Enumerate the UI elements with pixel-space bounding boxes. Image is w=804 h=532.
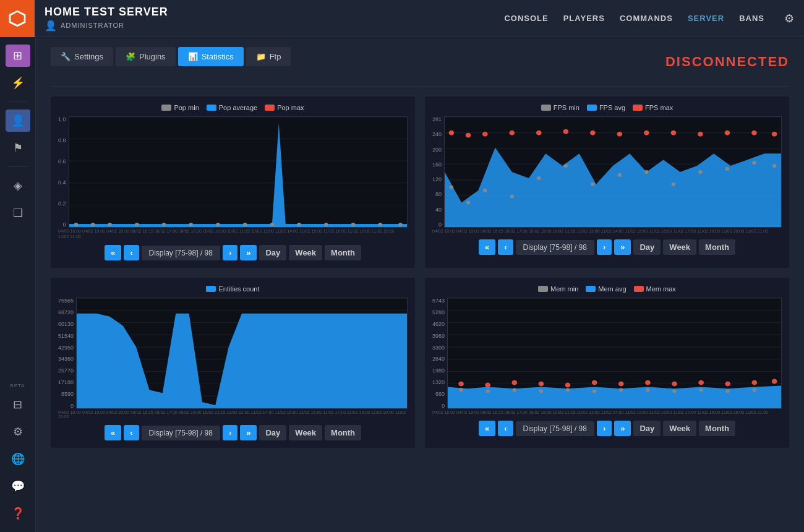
nav-commands[interactable]: COMMANDS xyxy=(620,14,673,23)
sidebar-discord[interactable]: 💬 xyxy=(6,475,30,497)
entities-chart-with-axis: 75565 68720 60130 51540 42950 34360 2577… xyxy=(58,298,408,409)
svg-point-38 xyxy=(644,131,649,135)
fps-month-btn[interactable]: Month xyxy=(699,239,735,255)
fps-max-label: FPS max xyxy=(645,104,673,111)
tab-ftp-label: Ftp xyxy=(270,52,281,61)
entities-prev-btn[interactable]: ‹ xyxy=(124,425,139,440)
pop-display-info: Display [75-98] / 98 xyxy=(142,246,220,260)
pop-min-legend: Pop min xyxy=(161,104,199,111)
mem-avg-label: Mem avg xyxy=(598,285,626,293)
mem-week-btn[interactable]: Week xyxy=(663,421,696,436)
entities-label: Entities count xyxy=(218,285,259,293)
fps-first-btn[interactable]: « xyxy=(479,239,495,255)
entities-legend: Entities count xyxy=(58,285,408,293)
nav-bans[interactable]: BANS xyxy=(739,14,764,23)
mem-day-btn[interactable]: Day xyxy=(633,421,661,436)
mem-prev-btn[interactable]: ‹ xyxy=(498,421,513,436)
svg-point-53 xyxy=(672,182,676,186)
nav-players[interactable]: PLAYERS xyxy=(563,14,605,23)
fps-prev-btn[interactable]: ‹ xyxy=(498,239,513,255)
nav-console[interactable]: CONSOLE xyxy=(504,14,548,23)
entities-week-btn[interactable]: Week xyxy=(289,425,322,440)
pop-last-btn[interactable]: » xyxy=(240,245,257,260)
pop-month-btn[interactable]: Month xyxy=(325,245,361,260)
tab-settings[interactable]: 🔧 Settings xyxy=(51,47,113,66)
sidebar-item-1[interactable]: ⊞ xyxy=(6,45,30,67)
entities-first-btn[interactable]: « xyxy=(105,425,121,440)
svg-point-98 xyxy=(592,389,596,393)
mem-chart-with-axis: 5743 5280 4620 3960 3300 2640 1980 1320 … xyxy=(432,298,782,409)
svg-point-54 xyxy=(698,170,703,174)
chart-icon: 📊 xyxy=(188,52,198,61)
fps-max-legend: FPS max xyxy=(633,104,673,111)
flag-icon: ⚑ xyxy=(13,141,23,155)
pop-avg-dot xyxy=(207,105,216,111)
sidebar-help[interactable]: ❓ xyxy=(6,502,30,525)
mem-avg-legend: Mem avg xyxy=(586,285,626,293)
pop-week-btn[interactable]: Week xyxy=(289,245,322,260)
entities-last-btn[interactable]: » xyxy=(240,425,257,440)
fps-last-btn[interactable]: » xyxy=(614,239,631,255)
sidebar-gear-icon: ⚙ xyxy=(13,425,23,439)
svg-point-87 xyxy=(645,380,651,385)
nav-server[interactable]: SERVER xyxy=(688,14,724,23)
sidebar-globe[interactable]: 🌐 xyxy=(6,448,30,470)
mem-y-axis: 5743 5280 4620 3960 3300 2640 1980 1320 … xyxy=(432,298,447,409)
pop-next-btn[interactable]: › xyxy=(223,245,237,260)
beta-label: BETA xyxy=(10,383,25,388)
mem-max-legend: Mem max xyxy=(634,285,676,293)
svg-point-46 xyxy=(483,189,487,192)
svg-point-39 xyxy=(671,131,677,135)
fps-avg-dot xyxy=(587,105,597,111)
mem-first-btn[interactable]: « xyxy=(479,421,495,436)
tab-statistics[interactable]: 📊 Statistics xyxy=(178,47,244,66)
entities-chart-area xyxy=(76,298,408,409)
fps-next-btn[interactable]: › xyxy=(597,239,612,255)
tab-plugins[interactable]: 🧩 Plugins xyxy=(116,47,176,66)
entities-month-btn[interactable]: Month xyxy=(325,425,361,440)
sidebar-item-2[interactable]: ⚡ xyxy=(6,72,30,94)
svg-point-18 xyxy=(351,223,355,226)
mem-display-info: Display [75-98] / 98 xyxy=(516,421,594,436)
sidebar-settings[interactable]: ⚙ xyxy=(6,421,30,443)
svg-marker-68 xyxy=(77,314,407,408)
sidebar-beta-icon[interactable]: ⊟ xyxy=(6,393,30,416)
pop-prev-btn[interactable]: ‹ xyxy=(124,245,139,260)
fps-day-btn[interactable]: Day xyxy=(633,239,661,255)
entities-day-btn[interactable]: Day xyxy=(259,425,286,440)
pop-first-btn[interactable]: « xyxy=(105,245,121,260)
fps-avg-label: FPS avg xyxy=(599,104,625,111)
entities-y-axis: 75565 68720 60130 51540 42950 34360 2577… xyxy=(58,298,76,409)
svg-marker-6 xyxy=(69,123,407,227)
svg-point-90 xyxy=(725,381,730,386)
sidebar-item-4[interactable]: ⚑ xyxy=(6,137,30,159)
mem-next-btn[interactable]: › xyxy=(597,421,612,436)
sidebar-item-5[interactable]: ◈ xyxy=(6,174,30,197)
main-content: 🔧 Settings 🧩 Plugins 📊 Statistics 📁 Ftp … xyxy=(36,37,804,532)
fps-week-btn[interactable]: Week xyxy=(663,239,696,255)
nav-links: CONSOLE PLAYERS COMMANDS SERVER BANS ⚙ xyxy=(504,12,794,25)
mem-last-btn[interactable]: » xyxy=(614,421,631,436)
settings-icon[interactable]: ⚙ xyxy=(784,12,794,25)
svg-point-94 xyxy=(485,389,489,393)
sidebar-item-6[interactable]: ❑ xyxy=(6,202,30,224)
pop-avg-legend: Pop average xyxy=(207,104,257,111)
tab-ftp[interactable]: 📁 Ftp xyxy=(246,47,291,66)
mem-month-btn[interactable]: Month xyxy=(699,421,735,436)
svg-point-19 xyxy=(378,223,382,226)
sidebar-item-3[interactable]: 👤 xyxy=(6,109,30,132)
svg-point-55 xyxy=(725,167,730,171)
mem-min-label: Mem min xyxy=(550,285,578,293)
mem-chart-area xyxy=(447,298,782,409)
svg-point-20 xyxy=(398,223,403,226)
svg-point-88 xyxy=(672,381,677,386)
svg-point-83 xyxy=(539,381,544,386)
disconnected-status: DISCONNECTED xyxy=(665,54,789,70)
svg-point-89 xyxy=(698,380,704,385)
svg-point-102 xyxy=(699,388,703,392)
pop-max-dot xyxy=(265,105,275,111)
entities-next-btn[interactable]: › xyxy=(223,425,237,440)
pop-day-btn[interactable]: Day xyxy=(259,245,286,260)
svg-point-36 xyxy=(590,131,596,135)
entities-chart-card: Entities count 75565 68720 60130 51540 4… xyxy=(51,278,415,448)
